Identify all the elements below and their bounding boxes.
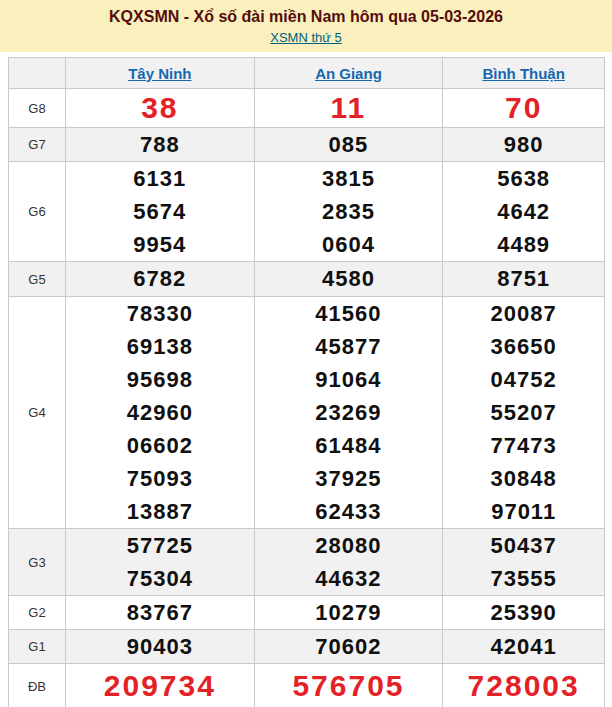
result-number: 44632 [255,562,443,595]
result-number: 3815 [255,162,443,195]
result-cell-g2-binh-thuan: 25390 [443,596,605,630]
result-cell-g4-binh-thuan: 20087366500475255207774733084897011 [443,297,605,529]
result-number: 788 [66,128,254,161]
result-number: 37925 [255,462,443,495]
prize-label-db: ĐB [9,664,66,707]
result-cell-g3-an-giang: 2808044632 [254,529,443,596]
result-number: 10279 [255,596,443,629]
result-number: 6131 [66,162,254,195]
result-number: 78330 [66,297,254,330]
result-number: 61484 [255,429,443,462]
column-link-an-giang[interactable]: An Giang [315,65,382,82]
result-number: 38 [66,89,254,127]
result-number: 20087 [443,297,604,330]
result-number: 75093 [66,462,254,495]
result-number: 728003 [443,664,604,707]
result-number: 42960 [66,396,254,429]
result-cell-g4-tay-ninh: 78330691389569842960066027509313887 [66,297,255,529]
result-number: 5674 [66,195,254,228]
result-number: 75304 [66,562,254,595]
result-cell-g8-tay-ninh: 38 [66,89,255,128]
result-number: 69138 [66,330,254,363]
column-header-binh-thuan: Bình Thuận [443,58,605,89]
column-header-an-giang: An Giang [254,58,443,89]
result-cell-g1-tay-ninh: 90403 [66,630,255,664]
result-number: 209734 [66,664,254,707]
result-number: 8751 [443,262,604,296]
result-cell-db-binh-thuan: 728003 [443,664,605,707]
result-number: 73555 [443,562,604,595]
results-table: Tây NinhAn GiangBình ThuậnG8381170G77880… [8,57,605,707]
prize-label-g7: G7 [9,128,66,162]
result-number: 085 [255,128,443,161]
result-number: 41560 [255,297,443,330]
column-link-binh-thuan[interactable]: Bình Thuận [482,65,565,82]
prize-row-g4: G478330691389569842960066027509313887415… [9,297,605,529]
result-number: 95698 [66,363,254,396]
prize-label-g5: G5 [9,262,66,297]
result-number: 36650 [443,330,604,363]
prize-row-g8: G8381170 [9,89,605,128]
result-cell-db-an-giang: 576705 [254,664,443,707]
prize-row-g1: G1904037060242041 [9,630,605,664]
result-number: 13887 [66,495,254,528]
result-number: 0604 [255,228,443,261]
corner-cell [9,58,66,89]
result-cell-g7-an-giang: 085 [254,128,443,162]
result-cell-g1-binh-thuan: 42041 [443,630,605,664]
column-header-tay-ninh: Tây Ninh [66,58,255,89]
results-table-body: Tây NinhAn GiangBình ThuậnG8381170G77880… [9,58,605,707]
result-cell-g6-an-giang: 381528350604 [254,162,443,262]
result-number: 30848 [443,462,604,495]
result-number: 57725 [66,529,254,562]
result-number: 70602 [255,630,443,663]
prize-label-g1: G1 [9,630,66,664]
xsmn-thu-5-link[interactable]: XSMN thứ 5 [270,29,342,46]
result-cell-g3-tay-ninh: 5772575304 [66,529,255,596]
result-cell-g6-tay-ninh: 613156749954 [66,162,255,262]
column-link-tay-ninh[interactable]: Tây Ninh [128,65,191,82]
page-header: KQXSMN - Xổ số đài miền Nam hôm qua 05-0… [0,0,612,52]
result-number: 576705 [255,664,443,707]
result-number: 97011 [443,495,604,528]
prize-row-g6: G6613156749954381528350604563846424489 [9,162,605,262]
result-cell-g6-binh-thuan: 563846424489 [443,162,605,262]
result-cell-g7-binh-thuan: 980 [443,128,605,162]
prize-row-db: ĐB209734576705728003 [9,664,605,707]
results-table-container: Tây NinhAn GiangBình ThuậnG8381170G77880… [8,57,605,707]
result-cell-g2-tay-ninh: 83767 [66,596,255,630]
result-cell-g5-tay-ninh: 6782 [66,262,255,297]
result-cell-g5-binh-thuan: 8751 [443,262,605,297]
result-number: 50437 [443,529,604,562]
result-number: 9954 [66,228,254,261]
result-number: 45877 [255,330,443,363]
result-cell-g1-an-giang: 70602 [254,630,443,664]
result-number: 5638 [443,162,604,195]
result-cell-g8-an-giang: 11 [254,89,443,128]
prize-row-g5: G5678245808751 [9,262,605,297]
result-number: 25390 [443,596,604,629]
result-cell-g3-binh-thuan: 5043773555 [443,529,605,596]
result-number: 2835 [255,195,443,228]
result-number: 90403 [66,630,254,663]
column-header-row: Tây NinhAn GiangBình Thuận [9,58,605,89]
result-number: 55207 [443,396,604,429]
prize-label-g2: G2 [9,596,66,630]
result-number: 70 [443,89,604,127]
result-number: 83767 [66,596,254,629]
result-cell-g8-binh-thuan: 70 [443,89,605,128]
page-title: KQXSMN - Xổ số đài miền Nam hôm qua 05-0… [0,7,612,27]
result-cell-g2-an-giang: 10279 [254,596,443,630]
result-cell-db-tay-ninh: 209734 [66,664,255,707]
result-number: 04752 [443,363,604,396]
result-number: 28080 [255,529,443,562]
result-number: 42041 [443,630,604,663]
result-number: 06602 [66,429,254,462]
result-cell-g5-an-giang: 4580 [254,262,443,297]
prize-row-g3: G3577257530428080446325043773555 [9,529,605,596]
result-cell-g7-tay-ninh: 788 [66,128,255,162]
prize-label-g8: G8 [9,89,66,128]
result-number: 62433 [255,495,443,528]
prize-row-g2: G2837671027925390 [9,596,605,630]
prize-label-g4: G4 [9,297,66,529]
